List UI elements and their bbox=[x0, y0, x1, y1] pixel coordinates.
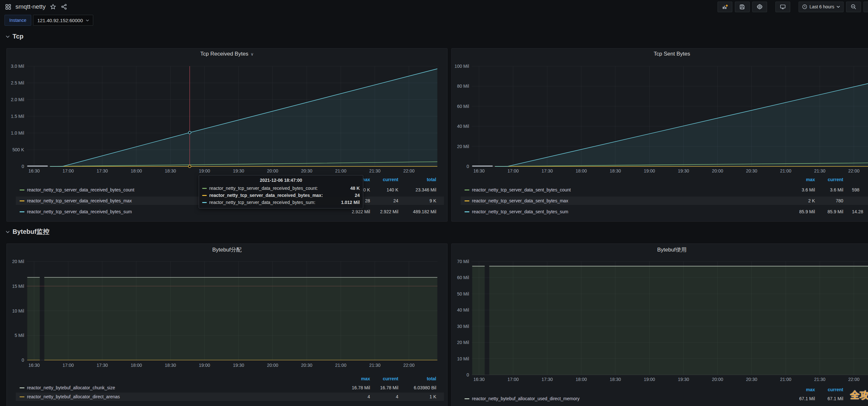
legend-col-current[interactable]: current bbox=[805, 177, 843, 182]
save-dashboard-button[interactable] bbox=[735, 2, 750, 12]
add-panel-icon bbox=[722, 4, 728, 10]
y-axis-label: 2.5 Mil bbox=[7, 80, 24, 86]
x-axis-label: 21:30 bbox=[807, 168, 833, 173]
x-axis-label: 19:00 bbox=[192, 363, 217, 368]
y-axis-label: 10 Mil bbox=[452, 356, 469, 361]
legend-series-swatch[interactable] bbox=[465, 211, 469, 212]
legend-series-name[interactable]: reactor_netty_bytebuf_allocator_chunk_si… bbox=[27, 385, 115, 390]
chevron-down-icon bbox=[86, 19, 89, 22]
y-axis-label: 500 K bbox=[7, 147, 24, 152]
legend-series-name[interactable]: reactor_netty_bytebuf_allocator_used_dir… bbox=[472, 396, 580, 401]
y-axis-label: 10 Mil bbox=[7, 308, 24, 313]
y-axis-label: 40 Mil bbox=[452, 307, 469, 312]
legend-col-total[interactable]: total bbox=[843, 177, 868, 182]
legend-series-name[interactable]: reactor_netty_tcp_server_data_received_b… bbox=[27, 198, 132, 203]
legend-series-name[interactable]: reactor_netty_tcp_server_data_sent_bytes… bbox=[472, 187, 570, 193]
clock-icon bbox=[802, 4, 807, 9]
legend-col-total[interactable]: total bbox=[398, 376, 436, 381]
tooltip-timestamp: 2021-12-06 18:47:00 bbox=[202, 177, 360, 185]
section-row-bytebuf[interactable]: Bytebuf监控 bbox=[6, 228, 49, 236]
legend-col-total[interactable]: total bbox=[398, 177, 436, 182]
graph-tooltip: 2021-12-06 18:47:00 reactor_netty_tcp_se… bbox=[199, 175, 363, 208]
star-icon[interactable] bbox=[50, 3, 57, 10]
legend-series-swatch[interactable] bbox=[20, 200, 25, 201]
x-axis-label: 18:30 bbox=[602, 168, 628, 173]
video-watermark: 全攻略 bbox=[850, 388, 868, 402]
legend-col-current[interactable]: current bbox=[805, 387, 843, 392]
y-axis-label: 20 Mil bbox=[7, 259, 24, 264]
legend-col-current[interactable]: current bbox=[360, 376, 398, 381]
x-axis-label: 20:00 bbox=[705, 168, 731, 173]
legend-value-current: 85.9 Mil bbox=[788, 209, 843, 214]
legend-series-name[interactable]: reactor_netty_tcp_server_data_sent_bytes… bbox=[472, 198, 568, 203]
chart-tcp_sent[interactable] bbox=[452, 48, 868, 222]
legend-value-total: 9 K bbox=[381, 198, 436, 203]
y-axis-label: 0 bbox=[7, 358, 24, 363]
x-axis-label: 20:00 bbox=[705, 377, 731, 382]
legend-series-swatch[interactable] bbox=[20, 387, 25, 388]
legend-value-current: 780 bbox=[788, 198, 843, 203]
x-axis-label: 18:00 bbox=[568, 168, 594, 173]
x-axis-label: 16:30 bbox=[466, 168, 492, 173]
dashboard-settings-button[interactable] bbox=[752, 2, 767, 12]
refresh-button[interactable] bbox=[864, 2, 868, 12]
legend-series-name[interactable]: reactor_netty_tcp_server_data_sent_bytes… bbox=[472, 209, 568, 214]
legend-series-swatch[interactable] bbox=[465, 398, 469, 399]
x-axis-label: 18:00 bbox=[123, 168, 149, 173]
x-axis-label: 19:30 bbox=[226, 168, 251, 173]
share-icon[interactable] bbox=[60, 3, 67, 10]
section-collapse-icon bbox=[6, 231, 10, 233]
legend-series-name[interactable]: reactor_netty_tcp_server_data_received_b… bbox=[27, 209, 132, 214]
zoom-out-time-button[interactable] bbox=[846, 2, 861, 12]
legend-value-total: 1 K bbox=[381, 394, 436, 399]
x-axis-label: 22:00 bbox=[841, 377, 867, 382]
tooltip-row: reactor_netty_tcp_server_data_received_b… bbox=[202, 192, 360, 199]
apps-grid-icon[interactable] bbox=[4, 3, 11, 10]
y-axis-label: 50 Mil bbox=[452, 291, 469, 297]
legend-series-name[interactable]: reactor_netty_tcp_server_data_received_b… bbox=[27, 187, 134, 193]
cycle-view-mode-button[interactable] bbox=[775, 2, 790, 12]
x-axis-label: 22:00 bbox=[841, 168, 867, 173]
legend-series-swatch[interactable] bbox=[20, 211, 25, 212]
y-axis-label: 60 Mil bbox=[452, 275, 469, 280]
section-row-tcp[interactable]: Tcp bbox=[6, 33, 24, 40]
variable-label: Instance bbox=[4, 15, 31, 26]
x-axis-label: 21:30 bbox=[362, 363, 388, 368]
y-axis-label: 20 Mil bbox=[452, 144, 469, 149]
legend-value-total: 598 bbox=[852, 187, 868, 193]
legend-value-total: 6.03980 Bil bbox=[381, 385, 436, 390]
instance-variable-value: 121.40.92.152:60000 bbox=[37, 18, 83, 23]
legend-series-swatch[interactable] bbox=[465, 200, 469, 201]
x-axis-label: 17:30 bbox=[534, 377, 560, 382]
add-panel-button[interactable] bbox=[717, 2, 732, 12]
x-axis-label: 17:30 bbox=[89, 168, 115, 173]
legend-value-current: 3.6 Mil bbox=[788, 187, 843, 193]
x-axis-label: 18:00 bbox=[568, 377, 594, 382]
legend-value-total: 23.346 Mil bbox=[381, 187, 436, 193]
x-axis-label: 18:30 bbox=[157, 363, 183, 368]
time-range-label: Last 6 hours bbox=[809, 4, 834, 9]
x-axis-label: 20:30 bbox=[294, 363, 319, 368]
panel-tcp_sent: Tcp Sent Bytes020 Mil40 Mil60 Mil80 Mil1… bbox=[452, 48, 868, 222]
legend-series-swatch[interactable] bbox=[465, 190, 469, 191]
instance-variable-dropdown[interactable]: 121.40.92.152:60000 bbox=[33, 15, 93, 26]
x-axis-label: 21:00 bbox=[328, 168, 353, 173]
top-navbar: smqtt-netty bbox=[0, 0, 868, 13]
tooltip-series-swatch bbox=[202, 195, 207, 196]
x-axis-label: 21:00 bbox=[773, 168, 799, 173]
y-axis-label: 100 Mil bbox=[452, 64, 469, 69]
legend-series-swatch[interactable] bbox=[20, 396, 25, 397]
chevron-down-icon bbox=[837, 5, 840, 8]
y-axis-label: 1.0 Mil bbox=[7, 130, 24, 136]
legend-series-name[interactable]: reactor_netty_bytebuf_allocator_direct_a… bbox=[27, 394, 120, 399]
panel-bytebuf_used: Bytebuf使用010 Mil20 Mil30 Mil40 Mil50 Mil… bbox=[452, 243, 868, 406]
dashboard-variables: Instance 121.40.92.152:60000 bbox=[4, 15, 93, 26]
dashboard-title[interactable]: smqtt-netty bbox=[16, 3, 45, 10]
y-axis-label: 80 Mil bbox=[452, 83, 469, 89]
time-range-picker[interactable]: Last 6 hours bbox=[799, 2, 843, 12]
settings-gear-icon bbox=[757, 4, 763, 10]
legend-col-current[interactable]: current bbox=[360, 177, 398, 182]
legend-series-swatch[interactable] bbox=[20, 190, 25, 191]
tooltip-series-swatch bbox=[202, 202, 207, 203]
chart-bytebuf_alloc[interactable] bbox=[7, 244, 447, 406]
